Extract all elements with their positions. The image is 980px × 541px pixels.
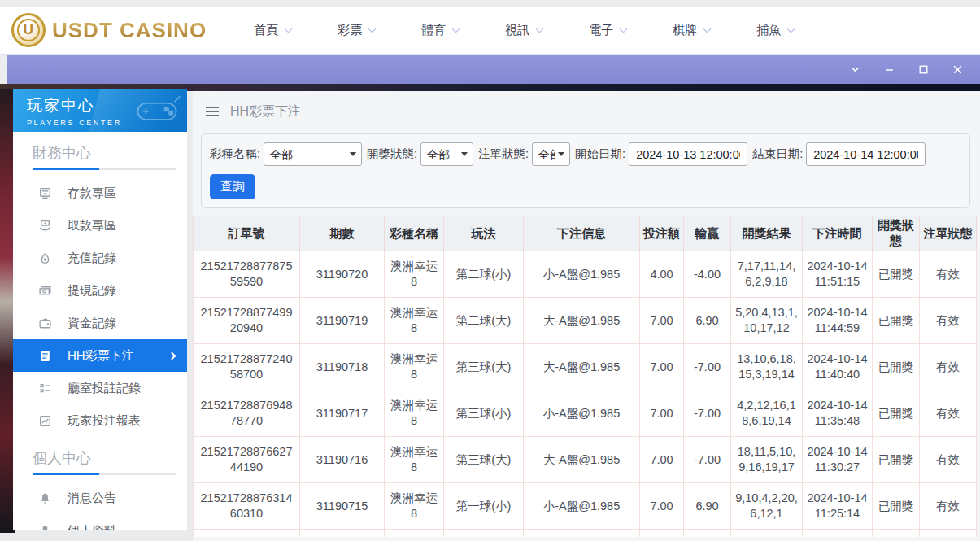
nav-item-lottery[interactable]: 彩票 bbox=[338, 23, 421, 38]
window-titlebar bbox=[7, 55, 980, 84]
sidebar-item-label: 存款專區 bbox=[68, 185, 116, 201]
brand-logo-icon: U bbox=[11, 13, 46, 47]
cell-order_status: 有效 bbox=[920, 483, 977, 530]
sidebar-item-funds-records[interactable]: 資金記錄 bbox=[13, 307, 187, 339]
col-header-order_no: 訂單號 bbox=[194, 216, 300, 251]
sidebar-item-label: 玩家投注報表 bbox=[68, 413, 141, 429]
chevron-down-icon bbox=[536, 24, 544, 33]
section-divider bbox=[33, 473, 176, 475]
sidebar-item-room-bet-records[interactable]: 廳室投註記錄 bbox=[13, 372, 187, 404]
nav-item-video[interactable]: 視訊 bbox=[505, 23, 589, 38]
search-button[interactable]: 查詢 bbox=[210, 174, 255, 199]
cell-play_type: 第三球(小) bbox=[444, 390, 524, 437]
draw-status-select-wrap: 全部 bbox=[420, 142, 473, 166]
cell-bet_info: 大-A盤@1.985 bbox=[524, 344, 640, 390]
close-window-button[interactable] bbox=[952, 63, 964, 76]
sidebar-item-player-bet-report[interactable]: 玩家投注報表 bbox=[13, 404, 187, 437]
order-status-select[interactable]: 全部 bbox=[532, 142, 570, 166]
chevron-down-icon bbox=[285, 24, 293, 33]
cell-order_no: 2152172887724058700 bbox=[194, 344, 300, 390]
lottery-name-select-wrap: 全部 bbox=[264, 142, 362, 166]
nav-item-label: 首頁 bbox=[254, 23, 278, 38]
nav-item-cards[interactable]: 棋牌 bbox=[673, 23, 756, 38]
cell-draw_status: 已開獎 bbox=[873, 483, 920, 530]
collapse-window-button[interactable] bbox=[849, 63, 861, 76]
col-header-draw_status: 開獎狀態 bbox=[873, 216, 920, 251]
cell-lottery_name: 澳洲幸运8 bbox=[385, 437, 444, 483]
cell-lottery_name: 澳洲幸运8 bbox=[385, 390, 444, 437]
screen: U USDT CASINO 首頁彩票體育視訊電子棋牌捕魚 玩家中心 PLAYER… bbox=[0, 0, 980, 541]
nav-item-slots[interactable]: 電子 bbox=[589, 23, 673, 38]
cell-order_status: 有效 bbox=[920, 390, 977, 437]
col-header-bet_time: 下注時間 bbox=[803, 216, 873, 251]
gamepad-icon bbox=[133, 94, 181, 130]
cell-bet_amount: 4.00 bbox=[640, 251, 684, 298]
draw-status-select[interactable]: 全部 bbox=[420, 142, 473, 166]
sidebar-item-hh-lottery-bets[interactable]: HH彩票下注 bbox=[13, 339, 187, 372]
chevron-down-icon bbox=[849, 63, 861, 76]
deposit-machine-icon bbox=[38, 186, 52, 200]
sidebar-item-withdraw[interactable]: 取款專區 bbox=[13, 209, 187, 242]
brand[interactable]: U USDT CASINO bbox=[0, 13, 207, 47]
col-header-draw_result: 開獎結果 bbox=[731, 216, 803, 251]
nav-item-label: 體育 bbox=[421, 23, 446, 38]
sidebar-menu: 財務中心存款專區取款專區充值記錄提現記錄資金記錄HH彩票下注廳室投註記錄玩家投注… bbox=[13, 132, 187, 530]
nav-item-label: 視訊 bbox=[505, 23, 529, 38]
cell-play_type: 第二球(大) bbox=[444, 298, 524, 344]
cell-draw_status: 已開獎 bbox=[873, 298, 920, 344]
sidebar-item-label: HH彩票下注 bbox=[68, 348, 134, 364]
lottery-name-label: 彩種名稱: bbox=[210, 146, 260, 162]
cell-lottery_name: 澳洲幸运8 bbox=[385, 251, 444, 298]
nav-item-label: 捕魚 bbox=[756, 23, 781, 38]
col-header-lottery_name: 彩種名稱 bbox=[385, 216, 444, 251]
draw-status-label: 開獎狀態: bbox=[367, 146, 417, 162]
main-panel: HH彩票下注 彩種名稱:全部開獎狀態:全部注單狀態:全部開始日期:結束日期: 查… bbox=[193, 91, 980, 541]
sidebar-item-profile[interactable]: 個人資料 bbox=[13, 514, 187, 530]
chevron-down-icon bbox=[368, 24, 377, 33]
list-icon bbox=[38, 382, 52, 395]
nav-item-label: 電子 bbox=[589, 23, 613, 38]
filter-group-order-status: 注單狀態:全部 bbox=[478, 142, 570, 166]
cell-period: 31190719 bbox=[300, 298, 385, 344]
table-row: 215217288763146031031190715澳洲幸运8第一球(小)小-… bbox=[194, 483, 977, 530]
sidebar-item-cashout-records[interactable]: 提現記錄 bbox=[13, 274, 187, 307]
cell-draw_result: 5,20,4,13,1,10,17,12 bbox=[731, 298, 803, 344]
cell-period: 31190718 bbox=[300, 344, 385, 390]
hamburger-icon[interactable] bbox=[205, 106, 220, 117]
cell-draw_status: 已開獎 bbox=[873, 437, 920, 483]
minimize-window-button[interactable] bbox=[883, 63, 895, 76]
cell-order_no: 2152172887749920940 bbox=[194, 298, 300, 344]
table-row: 215217288774992094031190719澳洲幸运8第二球(大)大-… bbox=[194, 298, 977, 344]
nav-item-sports[interactable]: 體育 bbox=[421, 23, 505, 38]
nav-item-fishing[interactable]: 捕魚 bbox=[756, 23, 840, 38]
lottery-name-select[interactable]: 全部 bbox=[264, 142, 362, 166]
cell-order_status: 有效 bbox=[920, 298, 977, 344]
chart-icon bbox=[38, 414, 52, 428]
brand-name: USDT CASINO bbox=[52, 18, 207, 43]
bets-table-wrap: 訂單號期數彩種名稱玩法下注信息投注額輸贏開獎結果下注時間開獎狀態注單狀態 215… bbox=[193, 216, 980, 537]
cell-order_no bbox=[194, 530, 300, 538]
sidebar-item-deposit[interactable]: 存款專區 bbox=[13, 177, 187, 209]
cell-bet_time: 2024-10-14 11:40:40 bbox=[803, 344, 873, 390]
maximize-window-button[interactable] bbox=[917, 63, 930, 76]
nav-item-home[interactable]: 首頁 bbox=[254, 23, 338, 38]
end-date-input[interactable] bbox=[806, 142, 926, 166]
cell-order_status bbox=[920, 530, 977, 538]
cell-bet_info: 小-A盤@1.985 bbox=[524, 390, 640, 437]
cell-bet_info bbox=[524, 530, 640, 538]
cell-bet_info: 大-A盤@1.985 bbox=[524, 298, 640, 344]
start-date-label: 開始日期: bbox=[575, 146, 625, 162]
sidebar-item-announcements[interactable]: 消息公告 bbox=[13, 482, 187, 514]
cell-draw_result: 7,17,11,14,6,2,9,18 bbox=[731, 251, 803, 298]
sidebar-item-label: 消息公告 bbox=[68, 491, 116, 506]
sidebar-item-recharge-records[interactable]: 充值記錄 bbox=[13, 242, 187, 274]
start-date-input[interactable] bbox=[629, 142, 747, 166]
table-row: 215217288772405870031190718澳洲幸运8第三球(大)大-… bbox=[194, 344, 977, 390]
cell-draw_result: 13,10,6,18,15,3,19,14 bbox=[731, 344, 803, 390]
order-status-select-wrap: 全部 bbox=[532, 142, 570, 166]
cell-bet_info: 小-A盤@1.985 bbox=[524, 483, 640, 530]
sidebar-item-label: 個人資料 bbox=[68, 523, 116, 530]
minimize-icon bbox=[883, 63, 895, 76]
withdraw-hand-icon bbox=[38, 219, 52, 233]
cell-draw_status: 已開獎 bbox=[873, 251, 920, 298]
